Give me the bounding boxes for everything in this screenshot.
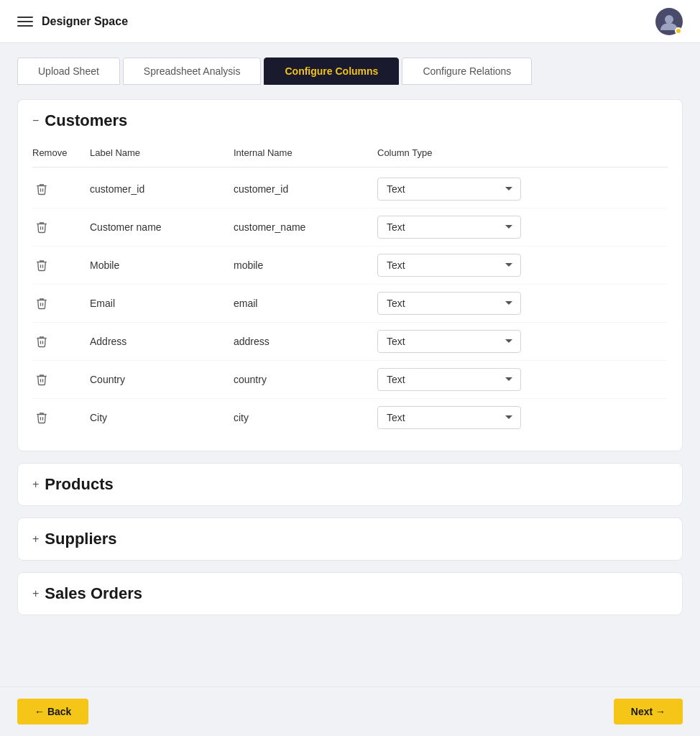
- delete-button[interactable]: [32, 370, 51, 389]
- delete-cell: [32, 408, 90, 427]
- type-select[interactable]: TextNumberDateBooleanEmailPhone: [377, 406, 521, 429]
- trash-icon: [35, 221, 48, 234]
- internal-cell: address: [234, 336, 377, 347]
- customers-toggle-icon: −: [32, 115, 39, 126]
- table-row: Customer name customer_name TextNumberDa…: [32, 208, 668, 247]
- delete-button[interactable]: [32, 180, 51, 198]
- label-cell: Address: [90, 336, 234, 347]
- suppliers-toggle-icon: +: [32, 533, 39, 545]
- label-cell: Country: [90, 374, 234, 385]
- section-suppliers: + Suppliers: [17, 518, 683, 561]
- delete-cell: [32, 256, 90, 275]
- label-cell: Email: [90, 298, 234, 309]
- table-row: Address address TextNumberDateBooleanEma…: [32, 323, 668, 361]
- trash-icon: [35, 411, 48, 424]
- delete-button[interactable]: [32, 256, 51, 275]
- section-sales-orders: + Sales Orders: [17, 572, 683, 615]
- type-select[interactable]: TextNumberDateBooleanEmailPhone: [377, 216, 521, 239]
- next-button[interactable]: Next →: [614, 699, 683, 724]
- delete-cell: [32, 180, 90, 198]
- internal-cell: city: [234, 412, 377, 423]
- delete-cell: [32, 294, 90, 313]
- section-customers: − Customers Remove Label Name Internal N…: [17, 99, 683, 451]
- table-row: customer_id customer_id TextNumberDateBo…: [32, 170, 668, 208]
- avatar[interactable]: [655, 8, 683, 35]
- svg-point-0: [665, 15, 673, 24]
- hamburger-menu[interactable]: [17, 17, 33, 27]
- tab-upload-sheet[interactable]: Upload Sheet: [17, 58, 120, 85]
- col-header-remove: Remove: [32, 147, 90, 158]
- label-cell: customer_id: [90, 183, 234, 195]
- trash-icon: [35, 297, 48, 310]
- internal-cell: email: [234, 298, 377, 309]
- app-title: Designer Space: [42, 15, 128, 28]
- col-header-type: Column Type: [377, 147, 668, 158]
- tab-spreadsheet-analysis[interactable]: Spreadsheet Analysis: [123, 58, 262, 85]
- customers-title: Customers: [45, 111, 127, 130]
- sales-orders-title: Sales Orders: [45, 584, 142, 603]
- section-sales-orders-header[interactable]: + Sales Orders: [18, 573, 682, 615]
- type-select[interactable]: TextNumberDateBooleanEmailPhone: [377, 254, 521, 277]
- tab-configure-relations[interactable]: Configure Relations: [402, 58, 532, 85]
- table-row: Email email TextNumberDateBooleanEmailPh…: [32, 285, 668, 323]
- internal-cell: mobile: [234, 259, 377, 271]
- col-headers: Remove Label Name Internal Name Column T…: [32, 142, 668, 167]
- label-cell: City: [90, 412, 234, 423]
- type-select[interactable]: TextNumberDateBooleanEmailPhone: [377, 292, 521, 315]
- header-left: Designer Space: [17, 15, 128, 28]
- table-row: Country country TextNumberDateBooleanEma…: [32, 361, 668, 399]
- trash-icon: [35, 335, 48, 348]
- sales-orders-toggle-icon: +: [32, 588, 39, 599]
- internal-cell: customer_name: [234, 221, 377, 233]
- products-title: Products: [45, 475, 113, 494]
- avatar-status-dot: [675, 27, 682, 34]
- header: Designer Space: [0, 0, 700, 43]
- section-products: + Products: [17, 463, 683, 506]
- suppliers-title: Suppliers: [45, 530, 116, 548]
- type-select[interactable]: TextNumberDateBooleanEmailPhone: [377, 368, 521, 391]
- label-cell: Mobile: [90, 259, 234, 271]
- section-products-header[interactable]: + Products: [18, 464, 682, 505]
- internal-cell: country: [234, 374, 377, 385]
- delete-cell: [32, 218, 90, 236]
- col-header-label: Label Name: [90, 147, 234, 158]
- trash-icon: [35, 259, 48, 272]
- table-row: Mobile mobile TextNumberDateBooleanEmail…: [32, 247, 668, 285]
- tabs-bar: Upload Sheet Spreadsheet Analysis Config…: [0, 43, 700, 85]
- table-row: City city TextNumberDateBooleanEmailPhon…: [32, 399, 668, 436]
- bottom-nav: ← Back Next →: [0, 686, 700, 736]
- back-button[interactable]: ← Back: [17, 699, 88, 724]
- products-toggle-icon: +: [32, 479, 39, 490]
- delete-button[interactable]: [32, 218, 51, 236]
- delete-button[interactable]: [32, 408, 51, 427]
- section-suppliers-header[interactable]: + Suppliers: [18, 518, 682, 560]
- col-header-internal: Internal Name: [234, 147, 377, 158]
- trash-icon: [35, 373, 48, 386]
- type-select[interactable]: TextNumberDateBooleanEmailPhone: [377, 178, 521, 201]
- section-customers-header[interactable]: − Customers: [18, 100, 682, 142]
- trash-icon: [35, 183, 48, 196]
- delete-button[interactable]: [32, 332, 51, 351]
- type-select[interactable]: TextNumberDateBooleanEmailPhone: [377, 330, 521, 353]
- delete-cell: [32, 332, 90, 351]
- main-content: − Customers Remove Label Name Internal N…: [0, 85, 700, 684]
- delete-button[interactable]: [32, 294, 51, 313]
- delete-cell: [32, 370, 90, 389]
- customers-table: Remove Label Name Internal Name Column T…: [18, 142, 682, 451]
- internal-cell: customer_id: [234, 183, 377, 195]
- tab-configure-columns[interactable]: Configure Columns: [264, 58, 399, 85]
- label-cell: Customer name: [90, 221, 234, 233]
